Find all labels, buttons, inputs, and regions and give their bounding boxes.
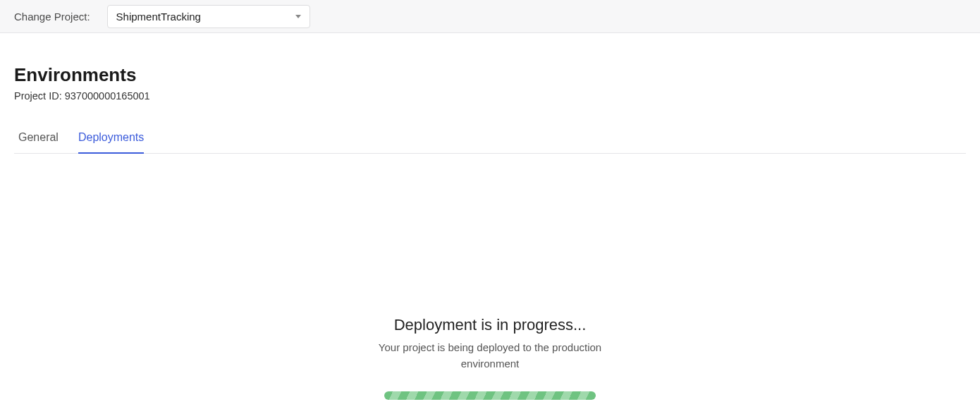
tab-general[interactable]: General bbox=[18, 126, 59, 154]
tab-deployments[interactable]: Deployments bbox=[78, 126, 144, 154]
project-select-value: ShipmentTracking bbox=[116, 11, 201, 23]
top-bar: Change Project: ShipmentTracking bbox=[0, 0, 980, 33]
change-project-label: Change Project: bbox=[14, 11, 90, 23]
project-id: Project ID: 937000000165001 bbox=[14, 90, 966, 102]
caret-down-icon bbox=[295, 15, 301, 18]
status-heading: Deployment is in progress... bbox=[394, 316, 587, 334]
content: Environments Project ID: 937000000165001… bbox=[0, 33, 980, 400]
project-select[interactable]: ShipmentTracking bbox=[107, 5, 310, 28]
progress-bar bbox=[384, 391, 596, 400]
deployment-status: Deployment is in progress... Your projec… bbox=[14, 316, 966, 400]
page-title: Environments bbox=[14, 64, 966, 86]
status-sub: Your project is being deployed to the pr… bbox=[377, 340, 603, 372]
tabs: General Deployments bbox=[14, 126, 966, 154]
